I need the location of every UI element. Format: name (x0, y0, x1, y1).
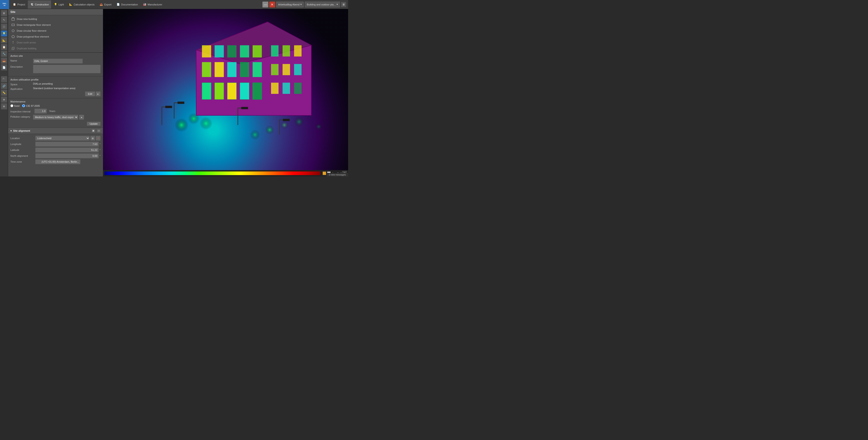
application-value: Standard (outdoor transportation area) (33, 87, 101, 90)
iconbar-btn-12[interactable]: ⊕ (1, 96, 7, 103)
north-input[interactable] (35, 153, 99, 158)
application-label: Application (10, 87, 33, 90)
latitude-row: Latitude ° (10, 147, 101, 152)
menu-calculation[interactable]: 📐 Calculation objects (67, 0, 97, 8)
inspection-unit: Years (49, 110, 55, 112)
name-input[interactable] (33, 59, 83, 64)
manufacturer-icon: 🏭 (143, 3, 147, 6)
window-close-btn[interactable]: ✕ (269, 2, 275, 7)
swatch-1[interactable] (322, 172, 326, 175)
iconbar-btn-11[interactable]: 📏 (1, 90, 7, 96)
menu-manufacturer[interactable]: 🏭 Manufacturer (141, 0, 164, 8)
svg-point-3 (12, 30, 14, 32)
project-icon: 📋 (13, 3, 16, 6)
desc-row: Description (10, 65, 101, 73)
iconbar-btn-9[interactable]: 🔌 (1, 76, 7, 82)
building-canvas (103, 9, 348, 170)
inspection-label: Inspection interval (10, 110, 33, 113)
dropdown1-arrow: ▾ (301, 3, 302, 6)
utilisation-title: Active utilisation profile (10, 78, 101, 81)
latitude-label: Latitude (10, 149, 35, 151)
location-select[interactable]: Lüdenscheid (35, 136, 90, 141)
timezone-label: Time zone (10, 160, 35, 163)
iconbar-btn-6[interactable]: 🔧 (1, 51, 7, 57)
menu-construction[interactable]: 🏗 Construction (28, 0, 51, 8)
svg-rect-2 (12, 24, 14, 26)
site-alignment-collapse-btn[interactable]: — (97, 129, 101, 133)
latitude-input[interactable] (35, 147, 99, 152)
active-site-section: Active site Name Description (8, 53, 103, 76)
space-label: Space (10, 82, 33, 86)
menu-list-container: Draw new building Draw rectangular floor… (8, 15, 103, 53)
site-alignment-header[interactable]: ▾ Site alignment ⊞ — (8, 127, 103, 134)
site-alignment-section: ▾ Site alignment ⊞ — Location Lüdenschei… (8, 127, 103, 167)
menu-export[interactable]: 📤 Export (97, 0, 114, 8)
desc-textarea[interactable] (33, 65, 101, 73)
iconbar-btn-3[interactable]: 💡 (1, 30, 7, 37)
timezone-input[interactable] (35, 159, 81, 164)
monitor-icon[interactable]: 🖥 (341, 2, 346, 7)
desc-label: Description (10, 65, 33, 68)
pollution-label: Pollution category (10, 115, 33, 118)
radio-cie[interactable]: CIE 97:2005 (22, 104, 40, 107)
name-label: Name (10, 59, 33, 62)
application-row: Application Standard (outdoor transporta… (10, 87, 101, 90)
pollution-select[interactable]: Medium to heavy traffic, dust exposure u… (33, 115, 78, 120)
menu-project[interactable]: 📋 Project (10, 0, 27, 8)
edit-utilisation-btn[interactable]: Edit (85, 91, 95, 96)
location-clear-btn[interactable]: ✕ (96, 136, 101, 141)
svg-rect-6 (12, 48, 14, 50)
name-row: Name (10, 59, 101, 64)
maintenance-update-btn[interactable]: Update (87, 122, 101, 126)
iconbar-btn-8[interactable]: 📄 (1, 64, 7, 70)
iconbar-btn-4[interactable]: 📐 (1, 37, 7, 43)
iconbar-btn-13[interactable]: ⊗ (1, 103, 7, 110)
window-minimize-btn[interactable]: — (262, 2, 268, 7)
utilisation-expand-btn[interactable]: ▸ (96, 91, 101, 96)
left-panel: Site Draw new building Draw rectangular … (8, 9, 103, 176)
iconbar-btn-2[interactable]: ⬡ (1, 24, 7, 30)
colorbar: lx cd/m² ⊡ (103, 170, 348, 176)
app-logo: DIALux (0, 0, 9, 9)
menu-light[interactable]: 💡 Light (52, 0, 66, 8)
location-row: Location Lüdenscheid ⊞ ✕ (10, 136, 101, 141)
left-iconbar: ⊞ ✎ ⬡ 💡 📐 📋 🔧 📤 📄 🔌 🔗 📏 ⊕ ⊗ (0, 9, 8, 176)
svg-rect-1 (12, 18, 14, 18)
latitude-unit: ° (100, 149, 101, 151)
iconbar-btn-7[interactable]: 📤 (1, 57, 7, 64)
menu-draw-circ-floor[interactable]: Draw circular floor element (8, 28, 103, 34)
location-search-btn[interactable]: ⊞ (90, 136, 95, 141)
viewport-3d-canvas[interactable] (103, 9, 348, 170)
maintenance-section: Maintenance fixed CIE 97:2005 Inspection… (8, 98, 103, 127)
site-alignment-content: Location Lüdenscheid ⊞ ✕ Longitude ° Lat… (8, 134, 103, 167)
pollution-expand-btn[interactable]: ▸ (79, 115, 84, 120)
inspection-input[interactable] (34, 109, 47, 114)
pollution-select-row: Medium to heavy traffic, dust exposure u… (33, 115, 84, 120)
menu-documentation[interactable]: 📄 Documentation (114, 0, 140, 8)
north-label: North alignment (10, 154, 35, 157)
draw-poly-icon (11, 35, 15, 38)
scene-dropdown[interactable]: Arbeitsalltag Abend ▾ (276, 2, 304, 7)
viewport: DIAL GmbH ▾ Building DIAL ▾ 2. Obergesch… (103, 9, 348, 176)
active-site-title: Active site (10, 55, 101, 57)
pollution-row: Pollution category Medium to heavy traff… (10, 115, 101, 120)
radio-fixed[interactable]: fixed (10, 104, 20, 107)
iconbar-btn-0[interactable]: ⊞ (1, 10, 7, 16)
longitude-label: Longitude (10, 143, 35, 145)
collapse-icon: ▾ (10, 129, 12, 133)
iconbar-btn-10[interactable]: 🔗 (1, 83, 7, 89)
north-row: North alignment ° (10, 153, 101, 158)
iconbar-btn-5[interactable]: 📋 (1, 44, 7, 50)
calculation-icon: 📐 (69, 3, 72, 6)
construction-icon: 🏗 (30, 3, 34, 6)
site-alignment-pin-btn[interactable]: ⊞ (92, 129, 95, 133)
longitude-row: Longitude ° (10, 142, 101, 147)
longitude-input[interactable] (35, 142, 99, 147)
menu-draw-building[interactable]: Draw new building (8, 16, 103, 22)
menu-draw-poly-floor[interactable]: Draw polygonal floor element (8, 34, 103, 39)
view-dropdown[interactable]: Building and outdoor pla... ▾ (305, 2, 340, 7)
dropdown2-arrow: ▾ (337, 3, 338, 6)
iconbar-btn-1[interactable]: ✎ (1, 17, 7, 23)
menu-draw-rect-floor[interactable]: Draw rectangular floor element (8, 22, 103, 28)
svg-rect-7 (12, 47, 14, 49)
